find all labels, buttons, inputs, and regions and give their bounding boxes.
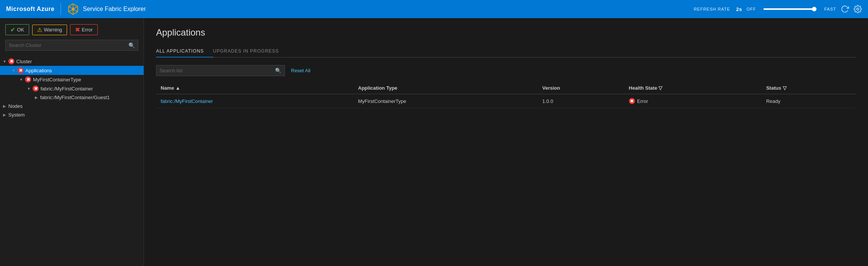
content-area: Applications ALL APPLICATIONSUPGRADES IN… <box>144 18 868 266</box>
cell-status-0: Ready <box>762 94 856 108</box>
warning-icon: ⚠ <box>37 26 42 33</box>
col-header-health[interactable]: Health State ▽ <box>624 82 762 94</box>
tree-arrow-myfirstcontainer: ▼ <box>27 87 31 91</box>
health-error-icon-0: ✖ <box>629 98 635 104</box>
refresh-fast-label: FAST <box>824 7 836 11</box>
gear-icon[interactable] <box>854 5 862 13</box>
error-label: Error <box>82 27 93 33</box>
refresh-rate-value: 2s <box>736 6 742 12</box>
svg-point-8 <box>857 8 859 10</box>
svg-line-7 <box>69 10 72 12</box>
tab-bar: ALL APPLICATIONSUPGRADES IN PROGRESS <box>156 45 856 58</box>
list-search-box: 🔍 <box>156 65 285 76</box>
list-search-button[interactable]: 🔍 <box>272 66 285 75</box>
svg-line-6 <box>75 6 78 8</box>
tree-error-icon-applications: ✖ <box>17 67 23 73</box>
main-layout: ✔ OK ⚠ Warning ✖ Error 🔍 ▼✖Cluster▼✖Appl… <box>0 18 868 266</box>
refresh-icon[interactable] <box>841 5 849 13</box>
tree-error-icon-myfirstcontainer: ✖ <box>33 86 39 92</box>
tree-label-myfirstcontainertype: MyFirstContainerType <box>33 77 81 82</box>
table-header: Name ▲Application TypeVersionHealth Stat… <box>156 82 856 94</box>
cluster-search-input[interactable] <box>6 40 125 50</box>
tree-label-myfirstcontainer: fabric:/MyFirstContainer <box>41 86 93 92</box>
table-row: fabric:/MyFirstContainerMyFirstContainer… <box>156 94 856 108</box>
tree-arrow-applications: ▼ <box>11 68 16 73</box>
tree-arrow-cluster: ▼ <box>2 59 7 64</box>
sidebar-item-nodes[interactable]: ▶Nodes <box>0 102 144 110</box>
brand-label: Microsoft Azure <box>6 6 55 12</box>
ok-icon: ✔ <box>10 26 15 33</box>
topbar: Microsoft Azure Service Fabric Explorer … <box>0 0 868 18</box>
list-search-input[interactable] <box>156 65 272 76</box>
reset-all-button[interactable]: Reset All <box>291 68 310 73</box>
app-link-0[interactable]: fabric:/MyFirstContainer <box>161 98 213 104</box>
svg-line-5 <box>75 10 78 12</box>
svg-line-4 <box>69 6 72 8</box>
sidebar-item-myfirstcontainer[interactable]: ▼✖fabric:/MyFirstContainer <box>0 84 144 93</box>
sidebar-item-myfirstcontainertype[interactable]: ▼✖MyFirstContainerType <box>0 75 144 84</box>
tree-label-myfirstcontainerguest1: fabric:/MyFirstContainer/Guest1 <box>40 95 110 100</box>
cluster-search-button[interactable]: 🔍 <box>125 41 138 50</box>
applications-table: Name ▲Application TypeVersionHealth Stat… <box>156 82 856 108</box>
tree-label-nodes: Nodes <box>8 103 23 109</box>
col-header-status[interactable]: Status ▽ <box>762 82 856 94</box>
sidebar-item-cluster[interactable]: ▼✖Cluster <box>0 57 144 66</box>
col-header-type[interactable]: Application Type <box>353 82 538 94</box>
refresh-slider[interactable] <box>763 8 816 10</box>
refresh-slider-thumb <box>812 7 816 11</box>
refresh-slider-fill <box>763 8 814 10</box>
error-icon: ✖ <box>75 26 80 33</box>
tree-label-system: System <box>8 112 25 118</box>
cluster-search-box: 🔍 <box>5 40 138 51</box>
warning-button[interactable]: ⚠ Warning <box>32 25 67 35</box>
tree-label-applications: Applications <box>25 68 52 73</box>
tree-label-cluster: Cluster <box>16 59 32 64</box>
sidebar-item-system[interactable]: ▶System <box>0 110 144 119</box>
sidebar-item-myfirstcontainerguest1[interactable]: ▶fabric:/MyFirstContainer/Guest1 <box>0 93 144 102</box>
tree-arrow-system: ▶ <box>2 113 7 117</box>
tree-arrow-myfirstcontainerguest1: ▶ <box>34 95 39 100</box>
tree-arrow-nodes: ▶ <box>2 104 7 108</box>
sidebar: ✔ OK ⚠ Warning ✖ Error 🔍 ▼✖Cluster▼✖Appl… <box>0 18 144 266</box>
topbar-controls: REFRESH RATE 2s OFF FAST <box>694 5 862 13</box>
tree-error-icon-myfirstcontainertype: ✖ <box>25 76 31 82</box>
col-header-name[interactable]: Name ▲ <box>156 82 353 94</box>
fabric-logo-icon <box>67 3 79 15</box>
sidebar-item-applications[interactable]: ▼✖Applications <box>0 66 144 75</box>
cell-version-0: 1.0.0 <box>538 94 624 108</box>
status-buttons: ✔ OK ⚠ Warning ✖ Error <box>0 18 144 40</box>
tree-error-icon-cluster: ✖ <box>8 58 14 64</box>
error-button[interactable]: ✖ Error <box>70 24 98 35</box>
list-controls: 🔍 Reset All <box>156 65 856 76</box>
cell-type-0: MyFirstContainerType <box>353 94 538 108</box>
col-header-version[interactable]: Version <box>538 82 624 94</box>
refresh-rate-label: REFRESH RATE <box>694 7 730 11</box>
table-body: fabric:/MyFirstContainerMyFirstContainer… <box>156 94 856 108</box>
page-title: Applications <box>156 27 856 38</box>
warning-label: Warning <box>44 27 62 33</box>
cell-health-0: ✖Error <box>624 94 762 108</box>
app-title: Service Fabric Explorer <box>83 6 694 12</box>
tab-upgrades[interactable]: UPGRADES IN PROGRESS <box>213 45 288 58</box>
ok-label: OK <box>17 27 24 33</box>
sidebar-tree: ▼✖Cluster▼✖Applications▼✖MyFirstContaine… <box>0 55 144 266</box>
health-label-0: Error <box>637 98 648 104</box>
cell-name-0: fabric:/MyFirstContainer <box>156 94 353 108</box>
topbar-divider <box>61 3 61 15</box>
ok-button[interactable]: ✔ OK <box>5 24 29 35</box>
svg-point-1 <box>72 8 75 11</box>
refresh-off-label: OFF <box>746 7 756 11</box>
tab-all[interactable]: ALL APPLICATIONS <box>156 45 213 58</box>
tree-arrow-myfirstcontainertype: ▼ <box>19 78 23 82</box>
